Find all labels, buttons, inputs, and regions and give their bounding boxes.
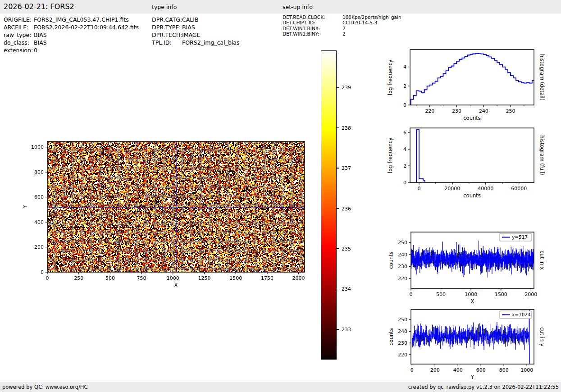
svg-text:240: 240 — [398, 328, 407, 334]
svg-text:1000: 1000 — [31, 144, 44, 150]
type-info-block: DPR.CATG:CALIBDPR.TYPE:BIASDPR.TECH:IMAG… — [152, 16, 240, 46]
svg-text:1250: 1250 — [198, 275, 211, 281]
field-label: DET.WIN1.BINX: — [283, 26, 342, 31]
field-label: DET.WIN1.BINY: — [283, 31, 342, 36]
file-info-row: ARCFILE:FORS2.2026-02-22T10:09:44.642.fi… — [4, 23, 139, 31]
file-info-row: ORIGFILE:FORS2_IMG_CAL053.47.CHIP1.fits — [4, 16, 139, 23]
setup-info-row: DET.READ.CLOCK:100Kps/2ports/high_gain — [283, 14, 401, 20]
svg-text:counts: counts — [388, 328, 394, 345]
field-label: do_class: — [4, 39, 34, 46]
colorbar-tick-label: 237 — [342, 165, 351, 171]
svg-text:0: 0 — [403, 180, 406, 186]
svg-text:4: 4 — [403, 146, 406, 152]
svg-text:20000: 20000 — [444, 186, 460, 191]
type-info-heading: type info — [152, 4, 177, 10]
cut-in-x-plot: 0500100015002000220230240250Xcountscut i… — [384, 225, 561, 313]
svg-text:0: 0 — [410, 367, 414, 373]
svg-text:1000: 1000 — [167, 275, 179, 281]
field-value: FORS2_img_cal_bias — [182, 39, 240, 46]
field-value: BIAS — [34, 32, 47, 38]
svg-text:X: X — [174, 282, 178, 288]
colorbar-tick — [336, 289, 339, 290]
svg-text:4: 4 — [403, 64, 406, 70]
bias-image-axes: 0250500750100012501500175020000200400600… — [20, 137, 336, 301]
field-value: 0 — [34, 47, 37, 54]
footer-powered-by: powered by QC: www.eso.org/HC — [2, 384, 87, 390]
svg-text:250: 250 — [398, 240, 407, 246]
svg-text:log frequency: log frequency — [387, 137, 393, 173]
svg-text:220: 220 — [425, 108, 434, 114]
svg-text:500: 500 — [436, 292, 446, 297]
colorbar-tick — [336, 248, 339, 249]
setup-info-row: DET.WIN1.BINY:2 — [283, 31, 401, 36]
field-label: raw_type: — [4, 31, 34, 39]
setup-info-heading: set-up info — [283, 4, 313, 10]
svg-text:750: 750 — [137, 275, 146, 281]
field-label: DPR.TYPE: — [152, 23, 182, 31]
svg-text:250: 250 — [506, 108, 515, 114]
svg-text:0: 0 — [41, 269, 44, 275]
svg-text:cut in y: cut in y — [539, 327, 545, 346]
svg-text:800: 800 — [499, 367, 509, 373]
setup-info-row: DET.WIN1.BINX:2 — [283, 26, 401, 31]
colorbar-tick-label: 235 — [342, 246, 351, 252]
svg-text:400: 400 — [34, 219, 44, 225]
colorbar-tick-label: 239 — [342, 85, 351, 91]
file-info-row: do_class:BIAS — [4, 39, 139, 46]
field-label: DPR.TECH: — [152, 31, 182, 39]
svg-text:220: 220 — [398, 352, 407, 358]
svg-text:counts: counts — [463, 192, 480, 199]
colorbar-tick — [336, 128, 339, 128]
footer-bar: powered by QC: www.eso.org/HC created by… — [0, 382, 561, 392]
field-label: ARCFILE: — [4, 23, 34, 31]
colorbar-tick — [336, 168, 339, 169]
colorbar-tick-label: 236 — [342, 205, 351, 211]
field-label: extension: — [4, 46, 34, 54]
field-label: DET.CHIP1.ID: — [283, 20, 342, 25]
page-title: 2026-02-21: FORS2 — [4, 2, 74, 11]
field-label: DET.READ.CLOCK: — [283, 14, 342, 20]
field-value: 2 — [342, 26, 346, 31]
svg-text:x=1024: x=1024 — [512, 312, 531, 317]
svg-text:Y: Y — [470, 374, 474, 380]
type-info-row: TPL.ID:FORS2_img_cal_bias — [152, 39, 240, 46]
svg-text:250: 250 — [398, 317, 407, 323]
field-label: TPL.ID: — [152, 39, 182, 46]
file-info-row: raw_type:BIAS — [4, 31, 139, 39]
histogram-detail-plot: 220230240250024countslog frequencyhistog… — [383, 43, 561, 131]
svg-text:1750: 1750 — [261, 275, 274, 281]
colorbar-tick — [336, 208, 339, 209]
field-label: ORIGFILE: — [4, 16, 34, 23]
svg-text:2: 2 — [403, 83, 406, 89]
field-label: DPR.CATG: — [152, 16, 182, 23]
svg-text:800: 800 — [34, 169, 44, 175]
qc-report-page: 2026-02-21: FORS2 type info set-up info … — [0, 0, 561, 392]
svg-text:1500: 1500 — [229, 275, 242, 281]
svg-text:500: 500 — [105, 275, 115, 281]
svg-text:220: 220 — [398, 276, 407, 282]
svg-text:250: 250 — [74, 275, 83, 281]
svg-text:600: 600 — [476, 367, 486, 373]
svg-text:240: 240 — [398, 252, 407, 258]
svg-text:200: 200 — [34, 244, 44, 250]
svg-text:600: 600 — [34, 194, 44, 200]
svg-text:1500: 1500 — [495, 292, 507, 297]
field-value: BIAS — [182, 24, 195, 31]
svg-text:0: 0 — [417, 186, 420, 191]
field-value: FORS2_IMG_CAL053.47.CHIP1.fits — [34, 16, 129, 23]
cut-in-y-plot: 02004006008001000220230240250Ycountscut … — [384, 303, 561, 391]
svg-text:230: 230 — [452, 108, 461, 114]
colorbar-tick-label: 238 — [342, 125, 351, 131]
svg-text:log frequency: log frequency — [387, 59, 393, 95]
svg-text:60000: 60000 — [511, 186, 527, 191]
footer-created-by: created by qc_rawdisp.py v1.2.3 on 2026-… — [408, 384, 559, 390]
field-value: FORS2.2026-02-22T10:09:44.642.fits — [34, 24, 139, 31]
svg-text:Y: Y — [22, 205, 28, 209]
svg-text:2000: 2000 — [292, 275, 305, 281]
file-info-row: extension:0 — [4, 46, 139, 54]
field-value: 2 — [342, 31, 346, 36]
svg-text:y=517: y=517 — [512, 234, 528, 240]
field-value: 100Kps/2ports/high_gain — [342, 14, 401, 20]
histogram-full-plot: 02000040000600000246countslog frequencyh… — [383, 121, 561, 209]
svg-text:200: 200 — [430, 367, 440, 373]
